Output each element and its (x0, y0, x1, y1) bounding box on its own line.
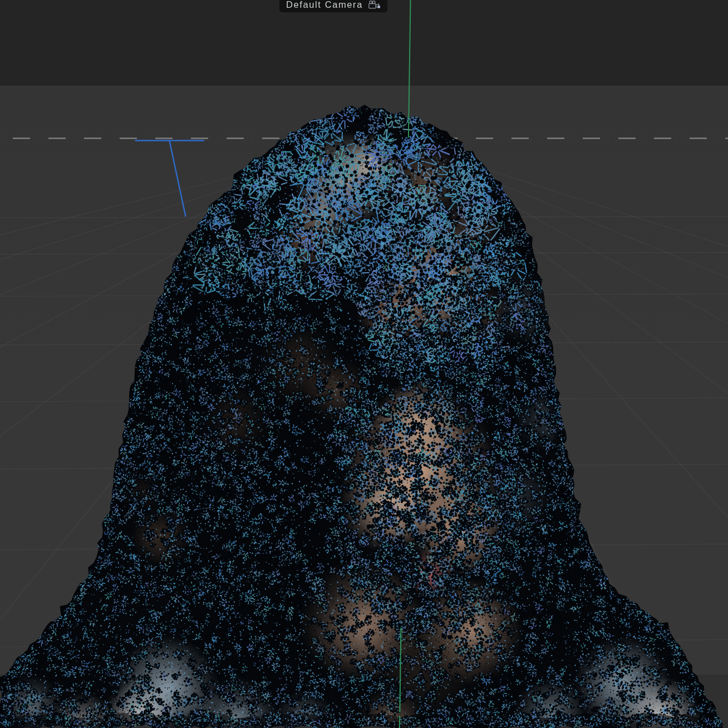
camera-label-button[interactable]: Default Camera (279, 0, 387, 12)
camera-icon (368, 1, 381, 9)
viewport-canvas[interactable] (0, 0, 728, 728)
camera-label-text: Default Camera (286, 0, 363, 10)
viewport: Default Camera (0, 0, 728, 728)
